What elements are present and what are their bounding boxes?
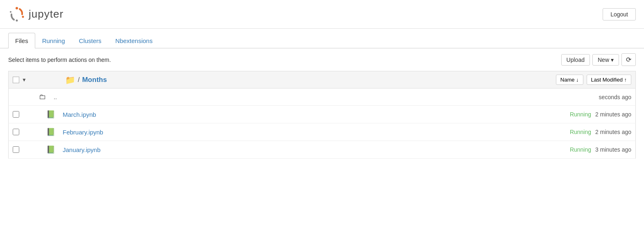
svg-point-1	[22, 16, 24, 18]
february-name-area[interactable]: February.ipynb	[63, 129, 567, 136]
toolbar-right: Upload New ▾ ⟳	[561, 53, 636, 66]
march-status: Running	[570, 111, 591, 118]
table-row: 📗 January.ipynb Running 3 minutes ago	[8, 141, 636, 159]
tab-files[interactable]: Files	[8, 33, 35, 48]
header: jupyter Logout	[0, 0, 644, 29]
list-header: ▼ 📁 / Months Name ↓ Last Modified ↑	[8, 71, 636, 89]
february-link[interactable]: February.ipynb	[63, 129, 103, 136]
tab-nbextensions[interactable]: Nbextensions	[109, 33, 160, 48]
parent-icon-area: 🗀	[14, 93, 50, 101]
table-row: 🗀 .. seconds ago	[8, 89, 636, 106]
january-status: Running	[570, 146, 591, 153]
notebook-icon: 📗	[46, 127, 55, 136]
refresh-icon: ⟳	[626, 56, 631, 63]
march-icon-area: 📗	[23, 110, 59, 119]
select-dropdown-button[interactable]: ▼	[21, 77, 27, 83]
february-meta: Running 2 minutes ago	[570, 129, 631, 135]
current-folder-name: Months	[82, 76, 107, 84]
january-time: 3 minutes ago	[595, 146, 631, 153]
notebook-icon: 📗	[46, 110, 55, 119]
breadcrumb-separator: /	[78, 76, 79, 84]
january-name-area[interactable]: January.ipynb	[63, 146, 567, 153]
parent-name-area[interactable]: ..	[54, 94, 596, 100]
table-row: 📗 February.ipynb Running 2 minutes ago	[8, 123, 636, 141]
february-time: 2 minutes ago	[595, 129, 631, 135]
tab-running[interactable]: Running	[35, 33, 72, 48]
file-list-container: ▼ 📁 / Months Name ↓ Last Modified ↑ 🗀 ..…	[0, 71, 644, 159]
parent-link[interactable]: ..	[54, 94, 57, 100]
february-checkbox[interactable]	[13, 129, 19, 135]
march-name-area[interactable]: March.ipynb	[63, 111, 567, 118]
svg-point-2	[16, 19, 18, 21]
upload-button[interactable]: Upload	[561, 54, 590, 66]
logo-text: jupyter	[29, 8, 63, 20]
logo-area: jupyter	[8, 6, 63, 23]
notebook-icon: 📗	[46, 145, 55, 154]
refresh-button[interactable]: ⟳	[621, 53, 636, 66]
toolbar-row: Select items to perform actions on them.…	[0, 48, 644, 71]
select-all-checkbox[interactable]	[13, 77, 19, 83]
january-link[interactable]: January.ipynb	[63, 146, 100, 153]
sort-modified-button[interactable]: Last Modified ↑	[587, 75, 631, 85]
march-time: 2 minutes ago	[595, 111, 631, 118]
new-label: New	[598, 57, 609, 63]
parent-time: seconds ago	[599, 94, 631, 100]
february-icon-area: 📗	[23, 127, 59, 136]
new-dropdown-arrow: ▾	[611, 57, 614, 63]
parent-folder-icon: 🗀	[39, 93, 46, 101]
march-link[interactable]: March.ipynb	[63, 111, 96, 118]
january-icon-area: 📗	[23, 145, 59, 154]
select-hint: Select items to perform actions on them.	[8, 57, 111, 63]
folder-icon: 📁	[65, 75, 75, 85]
sort-buttons: Name ↓ Last Modified ↑	[556, 75, 631, 85]
march-checkbox[interactable]	[13, 111, 19, 118]
january-checkbox[interactable]	[13, 146, 19, 153]
jupyter-logo-icon	[8, 6, 25, 23]
february-status: Running	[570, 129, 591, 135]
sort-name-button[interactable]: Name ↓	[556, 75, 583, 85]
table-row: 📗 March.ipynb Running 2 minutes ago	[8, 106, 636, 123]
new-button[interactable]: New ▾	[592, 54, 619, 66]
breadcrumb-area: 📁 / Months	[65, 75, 553, 85]
tab-clusters[interactable]: Clusters	[72, 33, 109, 48]
parent-meta: seconds ago	[599, 94, 631, 100]
svg-point-0	[16, 7, 18, 9]
march-meta: Running 2 minutes ago	[570, 111, 631, 118]
svg-point-3	[10, 11, 11, 13]
header-checkbox-area: ▼	[13, 77, 62, 83]
logout-button[interactable]: Logout	[603, 8, 636, 20]
january-meta: Running 3 minutes ago	[570, 146, 631, 153]
tabs-bar: Files Running Clusters Nbextensions	[0, 33, 644, 48]
